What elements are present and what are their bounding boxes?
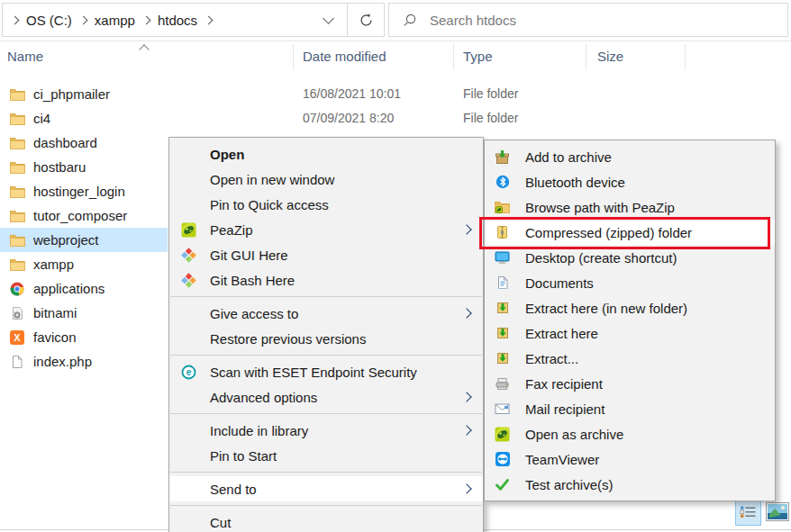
- icon-spacer: [181, 448, 196, 464]
- menu-item-give-access-to[interactable]: Give access to: [169, 301, 483, 326]
- sort-ascending-icon: [139, 44, 149, 54]
- icon-spacer: [181, 390, 196, 405]
- file-date: 16/08/2021 10:01: [303, 86, 401, 101]
- svg-text:X: X: [14, 332, 21, 343]
- send-to-item-fax-recipient[interactable]: Fax recipient: [485, 371, 775, 396]
- search-box[interactable]: [388, 3, 788, 37]
- column-divider[interactable]: [293, 44, 294, 70]
- send-to-item-desktop-create-shortcut[interactable]: Desktop (create shortcut): [485, 245, 775, 270]
- send-to-submenu: Add to archiveBluetooth deviceBrowse pat…: [484, 140, 776, 501]
- file-row-hostbaru[interactable]: hostbaru: [0, 155, 168, 179]
- column-divider[interactable]: [453, 44, 454, 70]
- refresh-button[interactable]: [348, 4, 384, 36]
- send-to-item-teamviewer[interactable]: TeamViewer: [485, 446, 775, 472]
- folder-icon: [9, 185, 25, 199]
- extract-icon: [495, 351, 510, 366]
- menu-item-advanced-options[interactable]: Advanced options: [169, 384, 483, 410]
- menu-item-restore-previous-versions[interactable]: Restore previous versions: [169, 326, 483, 351]
- column-header-date-modified[interactable]: Date modified: [303, 49, 386, 64]
- send-to-item-mail-recipient[interactable]: Mail recipient: [485, 396, 775, 421]
- menu-item-label: Include in library: [210, 423, 308, 438]
- menu-item-peazip[interactable]: PeaZip: [169, 217, 483, 242]
- file-row-webproject[interactable]: webproject: [0, 228, 168, 252]
- menu-item-git-gui-here[interactable]: Git GUI Here: [169, 242, 483, 267]
- address-bar[interactable]: OS (C:)xampphtdocs: [2, 3, 385, 37]
- menu-item-label: Pin to Start: [210, 448, 277, 464]
- send-to-item-browse-path-with-peazip[interactable]: Browse path with PeaZip: [485, 194, 775, 220]
- large-icons-view-button[interactable]: [766, 502, 789, 521]
- breadcrumb-item-htdocs[interactable]: htdocs: [153, 13, 202, 28]
- column-header-type[interactable]: Type: [463, 49, 493, 64]
- file-icon: [9, 355, 25, 369]
- menu-separator: [170, 355, 482, 356]
- file-name: index.php: [33, 354, 92, 369]
- icon-spacer: [181, 197, 196, 212]
- xampp-icon: X: [9, 330, 25, 345]
- send-to-item-add-to-archive[interactable]: Add to archive: [485, 144, 775, 169]
- menu-item-pin-to-start[interactable]: Pin to Start: [169, 443, 483, 468]
- menu-item-open-in-new-window[interactable]: Open in new window: [169, 167, 483, 192]
- column-divider[interactable]: [586, 44, 586, 70]
- menu-item-git-bash-here[interactable]: Git Bash Here: [169, 267, 483, 293]
- git-icon: [181, 273, 196, 288]
- details-view-button[interactable]: [735, 498, 761, 526]
- column-header-row: Name Date modified Type Size: [0, 41, 791, 72]
- menu-item-label: Desktop (create shortcut): [525, 250, 677, 266]
- menu-separator: [170, 413, 482, 414]
- send-to-item-extract-here[interactable]: Extract here: [485, 320, 775, 346]
- file-row-hostinger-login[interactable]: hostinger_login: [0, 179, 168, 203]
- send-to-item-extract[interactable]: Extract...: [485, 346, 775, 371]
- file-row-tutor-composer[interactable]: tutor_composer: [0, 203, 168, 228]
- menu-item-send-to[interactable]: Send to: [169, 476, 483, 501]
- file-row-bitnami[interactable]: bitnami: [0, 301, 168, 325]
- fax-icon: [495, 376, 510, 392]
- menu-separator: [170, 296, 482, 297]
- file-row-dashboard[interactable]: dashboard: [0, 131, 168, 155]
- file-row-index-php[interactable]: index.php: [0, 349, 168, 374]
- folder-icon: [9, 160, 25, 175]
- menu-item-label: Pin to Quick access: [210, 197, 329, 212]
- breadcrumb-chevron-icon[interactable]: [205, 15, 214, 24]
- send-to-item-test-archive-s[interactable]: Test archive(s): [485, 472, 775, 497]
- peazip-icon: [181, 222, 196, 238]
- send-to-item-documents[interactable]: Documents: [485, 270, 775, 295]
- search-input[interactable]: [428, 12, 787, 29]
- submenu-arrow-icon: [461, 224, 471, 234]
- file-row-favicon[interactable]: Xfavicon: [0, 325, 168, 349]
- file-name: tutor_composer: [33, 208, 127, 223]
- send-to-item-extract-here-in-new-folder[interactable]: Extract here (in new folder): [485, 295, 775, 320]
- menu-item-label: Extract here: [525, 326, 598, 341]
- menu-item-pin-to-quick-access[interactable]: Pin to Quick access: [169, 192, 483, 217]
- submenu-arrow-icon: [461, 308, 471, 318]
- menu-item-cut[interactable]: Cut: [169, 509, 483, 532]
- file-name: hostbaru: [33, 159, 86, 175]
- menu-item-label: Extract here (in new folder): [525, 301, 687, 316]
- breadcrumb-item-os-c[interactable]: OS (C:): [22, 13, 77, 28]
- file-date: 07/09/2021 8:20: [303, 111, 394, 125]
- file-name: ci4: [33, 111, 50, 126]
- send-to-item-open-as-archive[interactable]: Open as archive: [485, 421, 775, 446]
- menu-item-include-in-library[interactable]: Include in library: [169, 418, 483, 443]
- menu-item-label: Open: [210, 147, 244, 162]
- git-icon: [181, 248, 196, 263]
- file-row-applications[interactable]: applications: [0, 276, 168, 301]
- file-name: bitnami: [33, 305, 77, 320]
- menu-item-scan-with-eset-endpoint-security[interactable]: eScan with ESET Endpoint Security: [169, 359, 483, 384]
- column-header-size[interactable]: Size: [597, 49, 623, 64]
- column-divider[interactable]: [685, 44, 686, 70]
- breadcrumb-chevron-icon[interactable]: [11, 15, 20, 24]
- menu-item-open[interactable]: Open: [169, 141, 483, 167]
- file-row-ci-phpmailer[interactable]: ci_phpmailer: [0, 82, 168, 106]
- send-to-item-bluetooth-device[interactable]: Bluetooth device: [485, 169, 775, 194]
- column-header-name[interactable]: Name: [7, 49, 43, 64]
- file-row-xampp[interactable]: xampp: [0, 252, 168, 276]
- file-row-ci4[interactable]: ci4: [0, 106, 168, 131]
- menu-item-label: Documents: [525, 275, 594, 291]
- address-dropdown-chevron-icon[interactable]: [323, 13, 334, 24]
- menu-item-label: Open as archive: [525, 427, 623, 442]
- send-to-item-compressed-zipped-folder[interactable]: Compressed (zipped) folder: [485, 220, 775, 245]
- breadcrumb-item-xampp[interactable]: xampp: [90, 13, 140, 28]
- breadcrumb-chevron-icon[interactable]: [141, 15, 150, 24]
- breadcrumb-chevron-icon[interactable]: [78, 15, 87, 24]
- archive-add-icon: [495, 149, 510, 165]
